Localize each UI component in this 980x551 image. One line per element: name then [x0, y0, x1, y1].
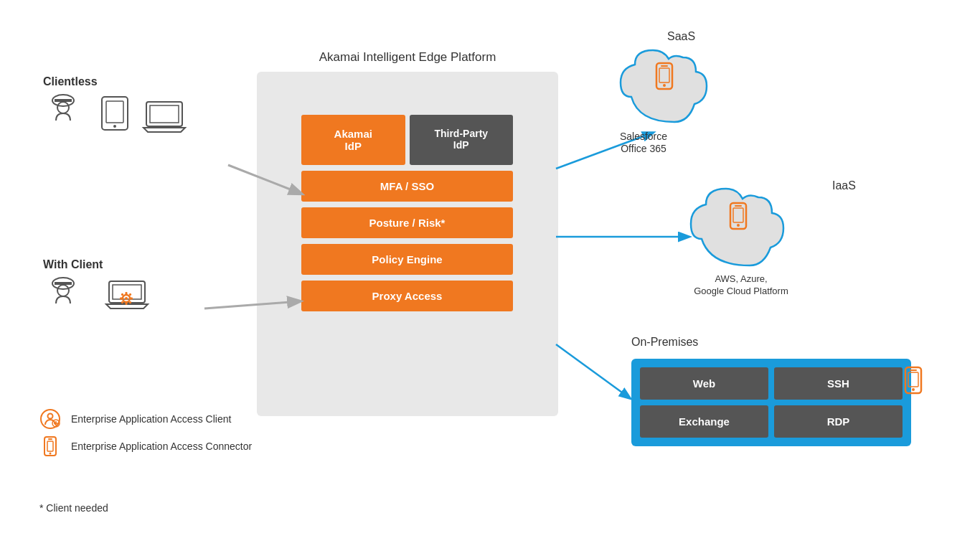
saas-text-line2: Office 365 [621, 143, 666, 154]
iaas-text-line1: AWS, Azure, [715, 273, 767, 284]
legend-connector-label: Enterprise Application Access Connector [71, 441, 252, 452]
saas-cloud [621, 50, 707, 122]
svg-rect-19 [150, 105, 179, 123]
with-client-label: With Client [43, 258, 103, 271]
legend-connector-item: Enterprise Application Access Connector [39, 436, 252, 456]
svg-point-38 [663, 84, 666, 87]
svg-point-22 [57, 285, 69, 296]
saas-title: SaaS [667, 30, 695, 43]
person-client-icon [52, 278, 74, 303]
onprem-box: Web SSH Exchange RDP [631, 359, 911, 446]
diagram-container: Akamai Intelligent Edge Platform Clientl… [0, 0, 980, 551]
svg-rect-35 [656, 63, 672, 89]
svg-point-46 [912, 388, 915, 391]
svg-point-1 [48, 414, 53, 419]
saas-text-line1: Salesforce [620, 131, 667, 142]
svg-rect-16 [106, 101, 123, 123]
svg-rect-4 [48, 438, 52, 440]
proxy-access-block: Proxy Access [301, 281, 513, 311]
svg-rect-5 [47, 441, 53, 451]
svg-line-11 [556, 344, 630, 398]
svg-point-20 [52, 278, 74, 289]
onprem-ssh: SSH [774, 367, 903, 400]
onprem-grid: Web SSH Exchange RDP [640, 367, 903, 438]
svg-rect-13 [55, 99, 72, 102]
platform-title: Akamai Intelligent Edge Platform [257, 50, 558, 65]
svg-rect-40 [735, 205, 742, 207]
svg-point-14 [57, 102, 69, 113]
stack-container: AkamaiIdP Third-PartyIdP MFA / SSO Postu… [301, 115, 513, 317]
svg-point-12 [52, 95, 74, 106]
onprem-exchange: Exchange [640, 405, 768, 438]
svg-rect-23 [109, 281, 145, 303]
tablet-icon [102, 97, 128, 130]
svg-rect-32 [128, 293, 131, 296]
svg-rect-37 [659, 68, 669, 83]
laptop-icon [143, 102, 185, 132]
person-icon [52, 95, 74, 121]
client-icon [39, 409, 61, 429]
clientless-label: Clientless [43, 75, 98, 88]
akamai-idp-block: AkamaiIdP [301, 115, 405, 165]
idp-row: AkamaiIdP Third-PartyIdP [301, 115, 513, 165]
third-party-idp-block: Third-PartyIdP [410, 115, 514, 165]
posture-risk-block: Posture / Risk* [301, 207, 513, 238]
svg-line-9 [556, 133, 653, 169]
svg-point-42 [737, 224, 740, 227]
svg-rect-27 [126, 292, 128, 295]
svg-rect-33 [121, 301, 123, 303]
svg-rect-36 [661, 65, 668, 67]
svg-rect-24 [113, 285, 141, 299]
connector-icon [39, 436, 61, 456]
svg-rect-21 [55, 282, 72, 285]
onprem-rdp: RDP [774, 405, 903, 438]
footnote: * Client needed [39, 502, 108, 514]
svg-rect-31 [121, 293, 123, 296]
policy-engine-block: Policy Engine [301, 244, 513, 275]
iaas-cloud [691, 189, 783, 265]
legend-client-label: Enterprise Application Access Client [71, 413, 231, 425]
svg-rect-15 [102, 97, 128, 130]
svg-point-6 [50, 453, 52, 455]
svg-rect-29 [120, 298, 123, 300]
iaas-text-line2: Google Cloud Platform [694, 286, 788, 296]
svg-point-26 [125, 297, 128, 300]
svg-point-17 [113, 125, 116, 128]
onprem-web: Web [640, 367, 768, 400]
svg-rect-41 [733, 208, 743, 222]
iaas-title: IaaS [832, 179, 856, 192]
legend: Enterprise Application Access Client Ent… [39, 409, 252, 463]
legend-client-item: Enterprise Application Access Client [39, 409, 252, 429]
laptop-gear-icon [106, 281, 148, 309]
svg-rect-39 [730, 203, 746, 229]
svg-rect-34 [128, 301, 131, 303]
svg-rect-28 [126, 302, 128, 305]
mfa-sso-block: MFA / SSO [301, 171, 513, 202]
svg-rect-18 [146, 102, 182, 126]
svg-point-25 [123, 295, 130, 302]
svg-rect-30 [130, 298, 133, 300]
onprem-title: On-Premises [631, 336, 698, 349]
